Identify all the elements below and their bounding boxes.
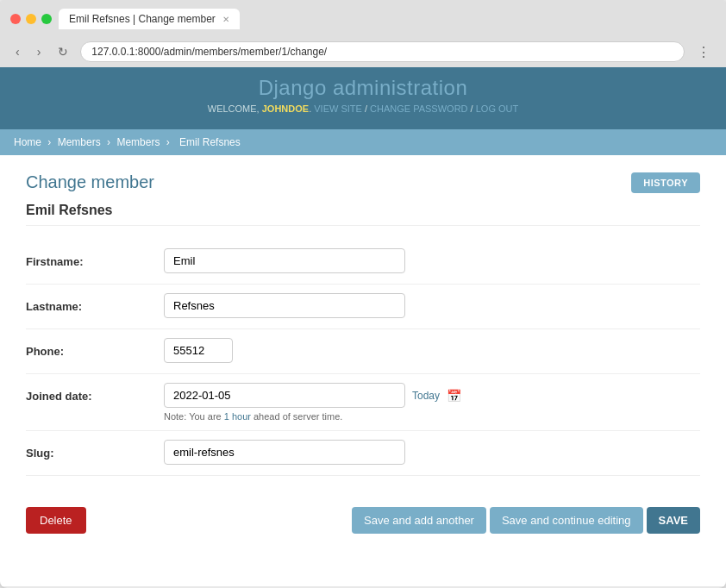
forward-button[interactable]: › bbox=[32, 43, 47, 60]
date-row: Today 📅 bbox=[164, 383, 700, 408]
view-site-link[interactable]: VIEW SITE bbox=[314, 103, 362, 114]
lastname-input[interactable] bbox=[164, 293, 405, 318]
delete-button[interactable]: Delete bbox=[26, 507, 86, 534]
tab-title: Emil Refsnes | Change member bbox=[69, 13, 216, 25]
lastname-label: Lastname: bbox=[26, 293, 164, 320]
log-out-link[interactable]: LOG OUT bbox=[476, 103, 519, 114]
save-buttons: Save and add another Save and continue e… bbox=[352, 507, 700, 534]
content-area: HISTORY Change member Emil Refsnes First… bbox=[0, 155, 726, 586]
phone-row: Phone: bbox=[26, 329, 700, 374]
today-link[interactable]: Today bbox=[412, 390, 440, 402]
calendar-icon[interactable]: 📅 bbox=[447, 389, 461, 403]
slug-field-container bbox=[164, 440, 700, 465]
phone-field-container bbox=[164, 338, 700, 363]
username: JOHNDOE bbox=[262, 103, 309, 114]
slug-row: Slug: bbox=[26, 431, 700, 476]
browser-titlebar: Emil Refsnes | Change member ✕ bbox=[0, 0, 726, 36]
firstname-row: Firstname: bbox=[26, 240, 700, 285]
joined-date-label: Joined date: bbox=[26, 383, 164, 410]
breadcrumb-home[interactable]: Home bbox=[14, 136, 41, 148]
member-form: Firstname: Lastname: Phone: bbox=[26, 240, 700, 476]
phone-input[interactable] bbox=[164, 338, 233, 363]
phone-label: Phone: bbox=[26, 338, 164, 365]
lastname-field-container bbox=[164, 293, 700, 318]
reload-button[interactable]: ↻ bbox=[53, 43, 73, 60]
firstname-field-container bbox=[164, 248, 700, 273]
joined-date-input[interactable] bbox=[164, 383, 405, 408]
admin-header: Django administration WELCOME, JOHNDOE. … bbox=[0, 67, 726, 129]
save-button[interactable]: SAVE bbox=[647, 507, 700, 534]
browser-tab[interactable]: Emil Refsnes | Change member ✕ bbox=[59, 9, 240, 29]
browser-window: Emil Refsnes | Change member ✕ ‹ › ↻ 127… bbox=[0, 0, 726, 588]
breadcrumb-members-model[interactable]: Members bbox=[116, 136, 160, 148]
browser-menu-button[interactable]: ⋮ bbox=[692, 42, 716, 62]
history-button[interactable]: HISTORY bbox=[631, 172, 700, 193]
action-bar: Delete Save and add another Save and con… bbox=[26, 497, 700, 534]
breadcrumb: Home › Members › Members › Emil Refsnes bbox=[0, 129, 726, 155]
firstname-label: Firstname: bbox=[26, 248, 164, 275]
browser-addressbar: ‹ › ↻ 127.0.0.1:8000/admin/members/membe… bbox=[0, 36, 726, 67]
time-offset-link[interactable]: 1 hour bbox=[224, 411, 251, 422]
breadcrumb-members-app[interactable]: Members bbox=[58, 136, 101, 148]
server-time-note: Note: You are 1 hour ahead of server tim… bbox=[164, 411, 700, 422]
maximize-dot[interactable] bbox=[41, 14, 52, 24]
joined-date-row: Joined date: Today 📅 Note: You are 1 hou… bbox=[26, 374, 700, 431]
close-dot[interactable] bbox=[10, 14, 21, 24]
back-button[interactable]: ‹ bbox=[10, 43, 25, 60]
breadcrumb-sep-3: › bbox=[166, 136, 172, 148]
url-bar[interactable]: 127.0.0.1:8000/admin/members/member/1/ch… bbox=[80, 41, 685, 62]
slug-input[interactable] bbox=[164, 440, 405, 465]
admin-user-bar: WELCOME, JOHNDOE. VIEW SITE / CHANGE PAS… bbox=[0, 100, 726, 121]
page-title: Change member bbox=[26, 172, 700, 192]
slug-label: Slug: bbox=[26, 440, 164, 466]
welcome-text: WELCOME, bbox=[208, 103, 260, 114]
lastname-row: Lastname: bbox=[26, 285, 700, 329]
save-add-button[interactable]: Save and add another bbox=[352, 507, 486, 534]
admin-title: Django administration bbox=[0, 76, 726, 100]
minimize-dot[interactable] bbox=[26, 14, 36, 24]
tab-close-icon[interactable]: ✕ bbox=[222, 15, 229, 24]
window-controls bbox=[10, 14, 52, 24]
joined-date-field-container: Today 📅 Note: You are 1 hour ahead of se… bbox=[164, 383, 700, 422]
breadcrumb-sep-1: › bbox=[47, 136, 53, 148]
save-continue-button[interactable]: Save and continue editing bbox=[490, 507, 643, 534]
change-password-link[interactable]: CHANGE PASSWORD bbox=[370, 103, 467, 114]
object-name: Emil Refsnes bbox=[26, 203, 700, 226]
breadcrumb-current: Emil Refsnes bbox=[179, 136, 241, 148]
breadcrumb-sep-2: › bbox=[107, 136, 113, 148]
firstname-input[interactable] bbox=[164, 248, 405, 273]
